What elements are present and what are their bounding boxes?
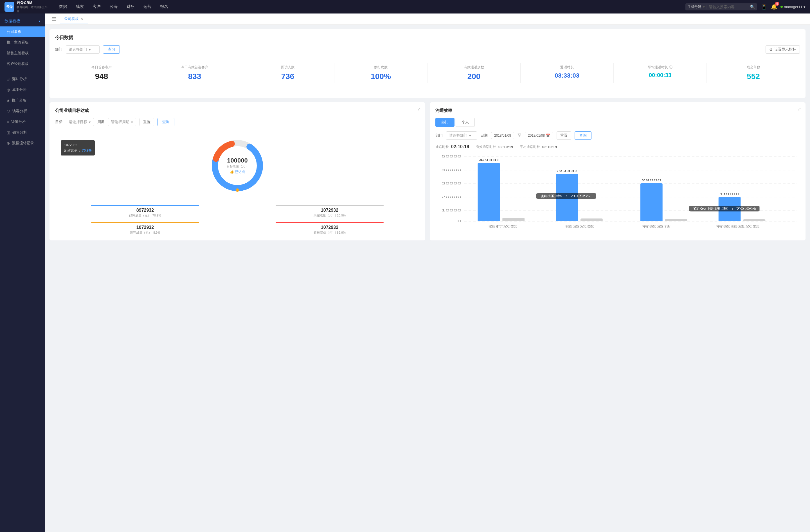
period-label: 周期 xyxy=(97,119,104,124)
bar-chart-svg: 50000 40000 30000 20000 10000 0 43000 xyxy=(435,154,800,233)
sidebar-item-label: 访客分析 xyxy=(12,109,27,114)
funnel-icon: ⊿ xyxy=(7,77,10,81)
stat-bar-over xyxy=(276,222,384,223)
comm-date-from[interactable]: 2018/01/08 xyxy=(491,132,514,139)
stat-label-over: 超额完成（元）| 89.9% xyxy=(240,231,420,235)
sidebar-item-label: 销售主管看板 xyxy=(7,51,29,56)
comm-panel-expand-icon[interactable]: ⤢ xyxy=(798,107,801,111)
nav-customers[interactable]: 客户 xyxy=(89,2,104,11)
tablet-icon[interactable]: 📱 xyxy=(761,3,767,10)
settings-display-button[interactable]: ⚙ 设置显示指标 xyxy=(765,45,800,54)
info-icon: ⓘ xyxy=(669,65,673,70)
goal-stat-completed: 8972932 已完成量（元）| 70.9% xyxy=(55,205,235,218)
sidebar-section-header[interactable]: 数据看板 ▴ xyxy=(0,16,45,27)
logo-icon: 云朵 xyxy=(4,2,14,12)
top-navigation: 云朵 云朵CRM 教育机构一站式服务云平台 数据 线索 客户 公海 财务 运营 … xyxy=(0,0,810,14)
sidebar-section-dashboard: 数据看板 ▴ 公司看板 推广主管看板 销售主管看板 客户经理看板 xyxy=(0,14,45,71)
sidebar-item-label: 公司看板 xyxy=(7,29,21,34)
sidebar-item-label: 渠道分析 xyxy=(11,119,26,124)
stat-new-consult: 今日首咨客户 948 xyxy=(55,63,148,83)
notification-badge: 5 xyxy=(775,2,779,6)
goal-query-button[interactable]: 查询 xyxy=(158,118,174,126)
goal-stats-grid: 8972932 已完成量（元）| 70.9% 1072932 未完成量（元）| … xyxy=(55,205,420,235)
nav-leads[interactable]: 线索 xyxy=(72,2,88,11)
nav-right-area: 手机号码 ▾ | 🔍 📱 🔔 5 manager11 ▾ xyxy=(685,3,806,11)
sidebar-item-label: 客户经理看板 xyxy=(7,61,29,66)
sidebar-item-visitor[interactable]: ⚇ 访客分析 xyxy=(0,106,45,116)
donut-center-value: 100000 xyxy=(227,157,248,164)
comm-stat-avg: 平均通话时长 02:10:19 xyxy=(520,145,557,149)
goal-reset-button[interactable]: 重置 xyxy=(140,118,154,126)
stat-deals: 成交单数 552 xyxy=(707,63,800,83)
comm-dept-label: 部门 xyxy=(435,133,443,138)
promotion-icon: ◈ xyxy=(7,98,10,103)
sidebar-item-customer-manager[interactable]: 客户经理看板 xyxy=(0,59,45,69)
comm-tab-dept[interactable]: 部门 xyxy=(435,118,454,127)
select-chevron-icon: ▾ xyxy=(469,134,471,138)
search-icon[interactable]: 🔍 xyxy=(750,4,755,9)
tab-close-icon[interactable]: ✕ xyxy=(80,17,83,21)
sidebar-item-data-flow[interactable]: ⊛ 数据流转记录 xyxy=(0,138,45,148)
sidebar-item-funnel[interactable]: ⊿ 漏斗分析 xyxy=(0,74,45,84)
comm-dept-select[interactable]: 请选择部门 ▾ xyxy=(446,131,477,140)
nav-finance[interactable]: 财务 xyxy=(123,2,139,11)
svg-text:30000: 30000 xyxy=(441,182,461,185)
comm-tab-personal[interactable]: 个人 xyxy=(456,118,475,127)
comm-filter-row: 部门 请选择部门 ▾ 日期 2018/01/08 至 2018/01/08 📅 … xyxy=(435,131,800,140)
comm-reset-button[interactable]: 重置 xyxy=(556,131,571,140)
sidebar-item-sales[interactable]: ◫ 销售分析 xyxy=(0,127,45,138)
goal-select[interactable]: 请选择目标 ▾ xyxy=(66,118,94,126)
donut-center-info: 100000 目标总量（元） 👍 已达成 xyxy=(227,157,248,174)
stat-avg-duration: 平均通话时长 ⓘ 00:00:33 xyxy=(614,63,707,83)
search-input[interactable] xyxy=(709,5,748,9)
stat-label: 有效通话次数 xyxy=(431,65,517,70)
svg-text:50000: 50000 xyxy=(441,155,461,158)
user-menu[interactable]: manager11 ▾ xyxy=(780,5,806,9)
avg-value: 02:10:19 xyxy=(542,145,557,149)
stat-label-incomplete: 未完成量（元）| 20.9% xyxy=(240,213,420,218)
nav-operations[interactable]: 运营 xyxy=(140,2,155,11)
donut-center-label: 目标总量（元） xyxy=(227,164,248,168)
sidebar-item-sales-manager[interactable]: 销售主管看板 xyxy=(0,48,45,59)
svg-text:35000: 35000 xyxy=(557,169,577,173)
goal-stat-incomplete: 1072932 未完成量（元）| 20.9% xyxy=(240,205,420,218)
sidebar-item-cost[interactable]: ◎ 成本分析 xyxy=(0,84,45,95)
call-duration-value: 02:10:19 xyxy=(451,144,469,149)
stat-label: 成交单数 xyxy=(710,65,796,70)
goal-panel-expand-icon[interactable]: ⤢ xyxy=(417,107,421,111)
svg-rect-20 xyxy=(581,218,603,221)
tab-menu-toggle[interactable]: ☰ xyxy=(49,15,59,23)
comm-query-button[interactable]: 查询 xyxy=(574,131,592,140)
sidebar-section-analysis: ⊿ 漏斗分析 ◎ 成本分析 ◈ 推广分析 ⚇ 访客分析 ⌾ 渠道分析 ◫ 销售分… xyxy=(0,71,45,151)
nav-enrollment[interactable]: 报名 xyxy=(156,2,172,11)
tab-company-board[interactable]: 公司看板 ✕ xyxy=(60,14,88,24)
nav-data[interactable]: 数据 xyxy=(55,2,71,11)
stat-bar-incomplete xyxy=(276,205,384,206)
svg-text:接通次数: 接通次数 xyxy=(565,225,595,228)
today-stats-row: 今日首咨客户 948 今日有效首咨客户 833 回访人数 736 拨打次数 10… xyxy=(55,58,800,88)
sidebar-item-promotion[interactable]: ◈ 推广分析 xyxy=(0,95,45,106)
nav-public-sea[interactable]: 公海 xyxy=(106,2,122,11)
period-select[interactable]: 请选择周期 ▾ xyxy=(108,118,136,126)
goal-panel-title: 公司业绩目标达成 xyxy=(55,108,420,113)
sidebar-item-channel[interactable]: ⌾ 渠道分析 xyxy=(0,116,45,127)
search-type-select[interactable]: 手机号码 xyxy=(688,4,701,9)
stat-dial-count: 拨打次数 100% xyxy=(335,63,427,83)
today-query-button[interactable]: 查询 xyxy=(103,45,120,54)
sidebar-item-promotion-manager[interactable]: 推广主管看板 xyxy=(0,37,45,48)
stat-label: 今日首咨客户 xyxy=(59,65,145,70)
stat-effective-consult: 今日有效首咨客户 833 xyxy=(148,63,241,83)
stat-value: 948 xyxy=(59,72,145,81)
stat-value: 552 xyxy=(710,72,796,81)
avg-label: 平均通话时长 xyxy=(520,145,540,149)
comm-date-to[interactable]: 2018/01/08 📅 xyxy=(525,132,553,139)
dept-select[interactable]: 请选择部门 ▾ xyxy=(66,45,100,54)
sidebar-item-company-board[interactable]: 公司看板 xyxy=(0,27,45,37)
user-dropdown-icon: ▾ xyxy=(804,5,806,9)
notification-icon[interactable]: 🔔 5 xyxy=(771,4,777,10)
settings-icon: ⚙ xyxy=(769,48,773,52)
logo-text: 云朵CRM 教育机构一站式服务云平台 xyxy=(17,0,49,13)
stat-bar-completed xyxy=(91,205,199,206)
comm-stat-effective: 有效通话时长 02:10:19 xyxy=(476,145,513,149)
tab-bar: ☰ 公司看板 ✕ xyxy=(45,14,810,25)
